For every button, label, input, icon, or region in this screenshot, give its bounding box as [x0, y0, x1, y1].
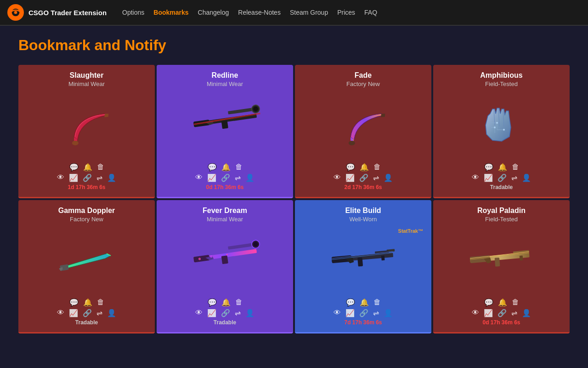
- eye-icon-amphibious[interactable]: 👁: [472, 173, 479, 182]
- swap-icon-redline[interactable]: ⇌: [235, 173, 241, 182]
- card-wear-amphibious: Field-Tested: [485, 80, 518, 87]
- trash-icon-amphibious[interactable]: 🗑: [512, 163, 519, 172]
- trash-icon-royal-paladin[interactable]: 🗑: [512, 298, 519, 307]
- card-fever-dream: Fever Dream Minimal Wear: [157, 200, 293, 334]
- eye-icon-royal-paladin[interactable]: 👁: [472, 309, 479, 317]
- trash-icon-fade[interactable]: 🗑: [373, 163, 381, 172]
- link-icon-fever-dream[interactable]: 🔗: [221, 309, 230, 317]
- person-icon-slaughter[interactable]: 👤: [107, 173, 116, 182]
- bell-icon-elite-build[interactable]: 🔔: [360, 298, 369, 307]
- chat-icon-fever-dream[interactable]: 💬: [208, 298, 217, 307]
- person-icon-royal-paladin[interactable]: 👤: [522, 309, 531, 317]
- trash-icon-fever-dream[interactable]: 🗑: [235, 298, 243, 307]
- chat-icon-gamma-doppler[interactable]: 💬: [69, 298, 79, 307]
- weapon-image-redline: [181, 100, 269, 150]
- link-icon-royal-paladin[interactable]: 🔗: [498, 309, 507, 317]
- swap-icon-fever-dream[interactable]: ⇌: [235, 309, 241, 317]
- person-icon-elite-build[interactable]: 👤: [384, 309, 393, 317]
- eye-icon-redline[interactable]: 👁: [195, 173, 203, 182]
- person-icon-gamma-doppler[interactable]: 👤: [107, 309, 116, 317]
- link-icon-amphibious[interactable]: 🔗: [498, 173, 507, 182]
- chat-icon-slaughter[interactable]: 💬: [69, 163, 79, 172]
- swap-icon-elite-build[interactable]: ⇌: [373, 309, 379, 317]
- bell-icon-redline[interactable]: 🔔: [221, 163, 231, 172]
- card-status-redline: 0d 17h 36m 6s: [163, 184, 287, 190]
- trash-icon-slaughter[interactable]: 🗑: [97, 163, 104, 172]
- link-icon-elite-build[interactable]: 🔗: [359, 309, 368, 317]
- link-icon-gamma-doppler[interactable]: 🔗: [83, 309, 92, 317]
- trash-icon-elite-build[interactable]: 🗑: [373, 298, 381, 307]
- chart-icon-elite-build[interactable]: 📈: [345, 309, 355, 317]
- swap-icon-royal-paladin[interactable]: ⇌: [511, 309, 517, 317]
- actions-row2-gamma-doppler: 👁 📈 🔗 ⇌ 👤: [25, 309, 148, 317]
- nav-link-options[interactable]: Options: [122, 9, 144, 16]
- bell-icon-fever-dream[interactable]: 🔔: [221, 298, 231, 307]
- trash-icon-gamma-doppler[interactable]: 🗑: [97, 298, 104, 307]
- bell-icon-fade[interactable]: 🔔: [360, 163, 369, 172]
- person-icon-fade[interactable]: 👤: [384, 173, 393, 182]
- chart-icon-fade[interactable]: 📈: [345, 173, 355, 182]
- bell-icon-gamma-doppler[interactable]: 🔔: [83, 298, 92, 307]
- svg-rect-33: [357, 258, 363, 267]
- chart-icon-redline[interactable]: 📈: [207, 173, 216, 182]
- link-icon-redline[interactable]: 🔗: [221, 173, 230, 182]
- chat-icon-royal-paladin[interactable]: 💬: [484, 298, 493, 307]
- nav-link-prices[interactable]: Prices: [337, 9, 355, 16]
- bell-icon-royal-paladin[interactable]: 🔔: [498, 298, 507, 307]
- eye-icon-gamma-doppler[interactable]: 👁: [57, 309, 64, 317]
- person-icon-fever-dream[interactable]: 👤: [245, 309, 254, 317]
- bell-icon-amphibious[interactable]: 🔔: [498, 163, 507, 172]
- bell-icon-slaughter[interactable]: 🔔: [83, 163, 92, 172]
- swap-icon-gamma-doppler[interactable]: ⇌: [96, 309, 102, 317]
- link-icon-fade[interactable]: 🔗: [359, 173, 368, 182]
- swap-icon-fade[interactable]: ⇌: [373, 173, 379, 182]
- chart-icon-slaughter[interactable]: 📈: [69, 173, 78, 182]
- actions-row2-fade: 👁 📈 🔗 ⇌ 👤: [301, 173, 425, 182]
- person-icon-amphibious[interactable]: 👤: [522, 173, 531, 182]
- chat-icon-redline[interactable]: 💬: [208, 163, 217, 172]
- svg-rect-26: [221, 255, 228, 264]
- cards-grid: Slaughter Minimal Wear 💬 🔔 🗑 👁 📈: [18, 65, 570, 334]
- chat-icon-fade[interactable]: 💬: [346, 163, 355, 172]
- card-actions-elite-build: 💬 🔔 🗑 👁 📈 🔗 ⇌ 👤 7d 17h 36m 6s: [301, 298, 425, 326]
- svg-point-12: [348, 141, 355, 145]
- card-image-redline: [163, 91, 287, 159]
- card-name-gamma-doppler: Gamma Doppler: [58, 207, 115, 215]
- card-name-elite-build: Elite Build: [345, 207, 381, 215]
- chart-icon-amphibious[interactable]: 📈: [484, 173, 493, 182]
- card-wear-redline: Minimal Wear: [207, 80, 243, 87]
- card-wear-fever-dream: Minimal Wear: [207, 216, 243, 223]
- eye-icon-elite-build[interactable]: 👁: [334, 309, 341, 317]
- card-wear-royal-paladin: Field-Tested: [485, 216, 518, 223]
- actions-row1-amphibious: 💬 🔔 🗑: [440, 163, 563, 172]
- chart-icon-fever-dream[interactable]: 📈: [207, 309, 216, 317]
- nav-link-faq[interactable]: FAQ: [364, 9, 377, 16]
- link-icon-slaughter[interactable]: 🔗: [83, 173, 92, 182]
- nav-logo: CSGO Trader Extension: [7, 4, 107, 21]
- svg-point-2: [14, 11, 17, 14]
- chart-icon-royal-paladin[interactable]: 📈: [484, 309, 493, 317]
- nav-link-bookmarks[interactable]: Bookmarks: [153, 9, 188, 16]
- weapon-image-royal-paladin: [458, 235, 545, 286]
- card-elite-build: Elite Build Well-Worn StatTrak™ 💬 🔔: [295, 200, 431, 334]
- eye-icon-fever-dream[interactable]: 👁: [195, 309, 203, 317]
- person-icon-redline[interactable]: 👤: [245, 173, 254, 182]
- eye-icon-fade[interactable]: 👁: [334, 173, 341, 182]
- trash-icon-redline[interactable]: 🗑: [235, 163, 243, 172]
- swap-icon-slaughter[interactable]: ⇌: [96, 173, 102, 182]
- nav-link-release-notes[interactable]: Release-Notes: [238, 9, 281, 16]
- chart-icon-gamma-doppler[interactable]: 📈: [69, 309, 78, 317]
- actions-row1-gamma-doppler: 💬 🔔 🗑: [25, 298, 148, 307]
- navbar: CSGO Trader Extension Options Bookmarks …: [0, 0, 588, 26]
- chat-icon-elite-build[interactable]: 💬: [346, 298, 355, 307]
- swap-icon-amphibious[interactable]: ⇌: [511, 173, 517, 182]
- actions-row2-redline: 👁 📈 🔗 ⇌ 👤: [163, 173, 287, 182]
- card-actions-fever-dream: 💬 🔔 🗑 👁 📈 🔗 ⇌ 👤 Tradable: [163, 298, 287, 326]
- chat-icon-amphibious[interactable]: 💬: [484, 163, 493, 172]
- actions-row2-elite-build: 👁 📈 🔗 ⇌ 👤: [301, 309, 425, 317]
- card-image-amphibious: [440, 91, 563, 159]
- nav-link-changelog[interactable]: Changelog: [198, 9, 229, 16]
- nav-link-steam-group[interactable]: Steam Group: [290, 9, 328, 16]
- eye-icon-slaughter[interactable]: 👁: [57, 173, 64, 182]
- card-status-slaughter: 1d 17h 36m 6s: [25, 184, 148, 190]
